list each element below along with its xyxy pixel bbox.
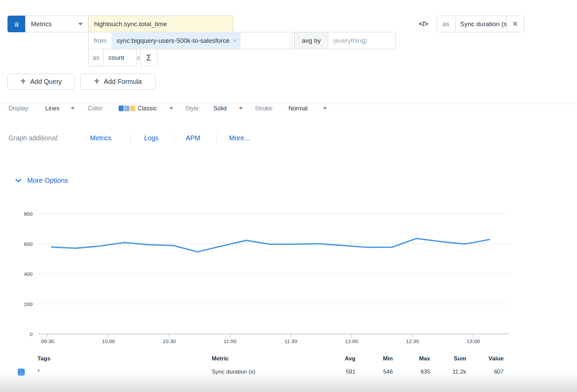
- alias-as-label: as: [437, 16, 455, 32]
- graph-additional-metrics-link[interactable]: Metrics: [90, 134, 111, 142]
- graph-additional-label: Graph additional:: [8, 134, 59, 142]
- svg-text:10:30: 10:30: [162, 338, 176, 344]
- stroke-value[interactable]: Normal: [288, 105, 308, 112]
- alias-value-input[interactable]: Sync duration (s): [455, 16, 506, 32]
- plus-icon: +: [94, 77, 100, 86]
- plus-icon: +: [20, 77, 26, 86]
- add-formula-button[interactable]: + Add Formula: [80, 74, 156, 90]
- graph-additional-apm-link[interactable]: APM: [186, 134, 200, 142]
- palette-swatch-2: [124, 106, 129, 111]
- color-value[interactable]: Classic: [138, 105, 157, 112]
- add-formula-label: Add Formula: [104, 78, 142, 86]
- close-icon[interactable]: ✕: [506, 16, 524, 32]
- remove-tag-icon[interactable]: ×: [233, 37, 237, 44]
- graph-additional-more-link[interactable]: More...: [229, 134, 250, 142]
- col-header-avg: Avg: [315, 355, 355, 362]
- svg-text:09:30: 09:30: [41, 338, 54, 344]
- col-header-tags: Tags: [37, 355, 50, 362]
- metric-name-value: hightouch.sync.total_time: [94, 20, 167, 28]
- svg-text:11:30: 11:30: [284, 338, 297, 344]
- from-label: from: [88, 32, 112, 49]
- add-query-button[interactable]: + Add Query: [7, 74, 75, 90]
- link-separator: [216, 133, 217, 143]
- code-icon[interactable]: </>: [415, 18, 432, 30]
- chevron-down-icon[interactable]: [323, 107, 327, 110]
- chevron-down-icon[interactable]: [71, 107, 75, 110]
- group-by-placeholder: (everything): [333, 37, 367, 44]
- metric-name-input[interactable]: hightouch.sync.total_time: [88, 16, 233, 32]
- filter-input[interactable]: sync:bigquery-users-500k-to-salesforce ×: [112, 32, 293, 49]
- bottom-fade: [0, 372, 577, 392]
- as-label: as: [88, 49, 104, 66]
- more-options-label: More Options: [27, 177, 68, 184]
- stroke-label: Stroke:: [255, 105, 274, 112]
- palette-swatch-3: [130, 106, 135, 111]
- col-header-metric: Metric: [212, 355, 229, 362]
- svg-text:200: 200: [24, 301, 33, 307]
- color-palette-swatch[interactable]: [119, 106, 135, 111]
- color-label: Color:: [88, 105, 104, 112]
- svg-text:400: 400: [24, 271, 33, 277]
- svg-text:11:00: 11:00: [224, 338, 237, 344]
- chevron-down-icon: [15, 179, 21, 182]
- data-source-label: Metrics: [31, 20, 52, 28]
- svg-text:12:30: 12:30: [406, 338, 419, 344]
- chevron-down-icon[interactable]: [169, 107, 173, 110]
- link-separator: [174, 133, 174, 143]
- metrics-query-editor: a Metrics hightouch.sync.total_time </> …: [0, 0, 577, 392]
- style-value[interactable]: Solid: [213, 105, 227, 112]
- col-header-min: Min: [352, 355, 393, 362]
- col-header-sum: Sum: [425, 355, 466, 362]
- svg-text:13:00: 13:00: [467, 338, 480, 344]
- sigma-icon[interactable]: Σ: [140, 49, 158, 66]
- link-separator: [131, 133, 131, 143]
- palette-swatch-1: [119, 106, 124, 111]
- svg-text:0: 0: [30, 331, 33, 337]
- filter-tag-chip[interactable]: sync:bigquery-users-500k-to-salesforce ×: [112, 33, 241, 49]
- col-header-max: Max: [389, 355, 430, 362]
- alias-group: as Sync duration (s) ✕: [436, 16, 524, 32]
- style-label: Style:: [185, 105, 200, 112]
- aggregator-input[interactable]: count: [103, 49, 137, 66]
- col-header-value: Value: [463, 355, 504, 362]
- svg-text:800: 800: [24, 211, 33, 217]
- add-query-label: Add Query: [30, 78, 62, 86]
- graph-additional-logs-link[interactable]: Logs: [144, 134, 158, 142]
- svg-text:10:00: 10:00: [102, 338, 115, 344]
- chevron-down-icon[interactable]: [239, 107, 243, 110]
- graph-additional-bar: Graph additional: Metrics Logs APM More.…: [0, 132, 577, 144]
- more-options-toggle[interactable]: More Options: [15, 175, 68, 186]
- display-label: Display:: [8, 105, 30, 112]
- display-options-bar: Display: Lines Color: Classic Style: Sol…: [0, 102, 577, 115]
- group-by-input[interactable]: (everything): [328, 32, 396, 49]
- avg-by-button[interactable]: avg by: [294, 32, 328, 49]
- display-value[interactable]: Lines: [45, 105, 59, 112]
- svg-text:12:00: 12:00: [345, 338, 358, 344]
- data-source-select[interactable]: Metrics: [25, 16, 89, 32]
- chevron-down-icon: [78, 23, 83, 25]
- timeseries-chart: 020040060080009:3010:0010:3011:0011:3012…: [0, 189, 577, 345]
- filter-tag-label: sync:bigquery-users-500k-to-salesforce: [117, 37, 230, 44]
- query-letter-badge[interactable]: a: [7, 16, 25, 32]
- svg-text:600: 600: [24, 241, 33, 247]
